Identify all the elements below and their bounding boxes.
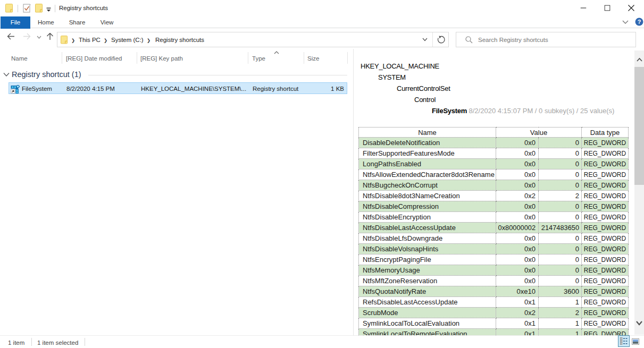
svg-text:?: ? [638, 19, 641, 25]
